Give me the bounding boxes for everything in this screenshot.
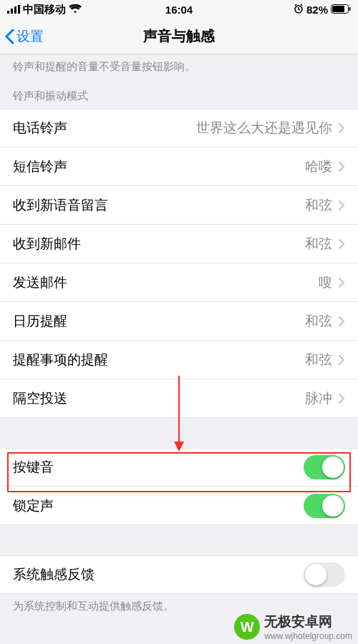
wifi-icon (69, 4, 82, 16)
back-button[interactable]: 设置 (0, 27, 44, 46)
battery-icon (331, 4, 351, 16)
watermark: W 无极安卓网 www.wjhotelgroup.com (234, 613, 352, 641)
row-label: 收到新邮件 (13, 235, 81, 253)
watermark-url: www.wjhotelgroup.com (264, 631, 352, 641)
svg-rect-7 (349, 7, 351, 11)
svg-rect-1 (11, 9, 13, 14)
back-label: 设置 (16, 27, 44, 46)
watermark-brand: 无极安卓网 (264, 613, 352, 631)
toggle-switch[interactable] (304, 562, 345, 587)
watermark-logo-icon: W (234, 614, 260, 640)
row-value: 和弦 (305, 312, 332, 331)
sound-row[interactable]: 收到新语音留言和弦 (0, 186, 358, 225)
row-value: 脉冲 (305, 389, 332, 408)
sound-row[interactable]: 提醒事项的提醒和弦 (0, 341, 358, 379)
chevron-right-icon (338, 200, 345, 211)
chevron-right-icon (338, 238, 345, 250)
chevron-right-icon (338, 354, 345, 366)
carrier-label: 中国移动 (23, 3, 66, 16)
chevron-right-icon (338, 316, 345, 327)
toggle-row: 按键音 (0, 448, 358, 487)
svg-rect-0 (7, 11, 9, 14)
chevron-right-icon (338, 277, 345, 288)
chevron-left-icon (4, 29, 15, 44)
previous-section-footer: 铃声和提醒的音量不受音量按钮影响。 (0, 54, 358, 81)
row-value: 和弦 (305, 235, 332, 253)
svg-rect-3 (18, 5, 20, 14)
sound-row[interactable]: 收到新邮件和弦 (0, 225, 358, 263)
row-value: 和弦 (305, 351, 332, 369)
row-label: 电话铃声 (13, 119, 67, 137)
toggle-switch[interactable] (304, 494, 345, 518)
row-label: 日历提醒 (13, 312, 67, 331)
row-value: 世界这么大还是遇见你 (196, 119, 332, 137)
toggle-switch[interactable] (304, 455, 345, 479)
row-label: 发送邮件 (13, 273, 67, 292)
haptic-list: 系统触感反馈 (0, 555, 358, 594)
toggle-row: 系统触感反馈 (0, 555, 358, 594)
chevron-right-icon (338, 393, 345, 404)
chevron-right-icon (338, 161, 345, 172)
row-label: 提醒事项的提醒 (13, 351, 108, 369)
signal-icon (7, 4, 20, 16)
svg-rect-2 (14, 6, 16, 14)
svg-rect-6 (332, 6, 344, 12)
row-value: 哈喽 (305, 157, 332, 176)
nav-bar: 设置 声音与触感 (0, 19, 358, 54)
sound-row[interactable]: 隔空投送脉冲 (0, 379, 358, 418)
row-label: 系统触感反馈 (13, 565, 95, 584)
section-header-sounds: 铃声和振动模式 (0, 81, 358, 109)
chevron-right-icon (338, 122, 345, 134)
row-label: 收到新语音留言 (13, 196, 108, 215)
row-label: 短信铃声 (13, 157, 67, 176)
status-bar: 中国移动 16:04 82% (0, 0, 358, 19)
toggle-row: 锁定声 (0, 487, 358, 525)
row-value: 和弦 (305, 196, 332, 215)
row-label: 隔空投送 (13, 389, 67, 408)
sound-row[interactable]: 电话铃声世界这么大还是遇见你 (0, 109, 358, 147)
alarm-icon (294, 4, 304, 16)
row-value: 嗖 (319, 273, 332, 292)
row-label: 锁定声 (13, 497, 54, 515)
row-label: 按键音 (13, 458, 54, 477)
clock: 16:04 (165, 4, 193, 16)
sound-row[interactable]: 短信铃声哈喽 (0, 147, 358, 186)
switch-list: 按键音锁定声 (0, 448, 358, 525)
sound-row[interactable]: 发送邮件嗖 (0, 263, 358, 302)
sound-row[interactable]: 日历提醒和弦 (0, 302, 358, 341)
page-title: 声音与触感 (143, 26, 215, 46)
battery-percent: 82% (306, 4, 328, 16)
sounds-list: 电话铃声世界这么大还是遇见你短信铃声哈喽收到新语音留言和弦收到新邮件和弦发送邮件… (0, 109, 358, 418)
